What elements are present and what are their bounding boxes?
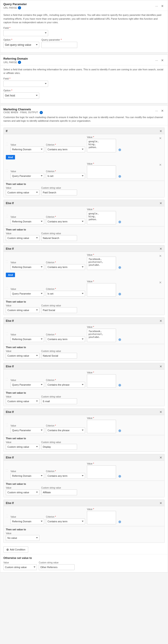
then-value-select-7[interactable]: Custom string value No value [6,535,39,541]
add-condition-button[interactable]: ⊕ Add Condition [3,546,28,553]
cond-value-select-3-0[interactable]: Referring Domain [11,336,44,342]
cond-value-select-5-0[interactable]: Referring Domain Query Parameter [11,428,44,433]
cond-value-textarea-7-0[interactable] [87,511,116,524]
then-custom-input-5[interactable] [41,444,77,450]
add-value-btn-2-1[interactable]: ⊕ [118,292,122,296]
cond-value-textarea-2-0[interactable]: facebook, pinterest, youtube. [87,256,116,270]
cond-value-textarea-3-0[interactable]: facebook, pinterest, youtube. [87,329,116,342]
query-parameter-more-btn[interactable]: ··· [154,4,159,8]
query-parameter-close-btn[interactable]: ✕ [160,4,165,8]
condition-close-1[interactable]: ✕ [159,202,162,205]
cond-value-select-2-0[interactable]: Referring Domain [11,264,44,270]
cond-value-select-0-1[interactable]: Referring Domain Query Parameter [11,173,44,179]
cond-criterion-select-0-0[interactable]: Contains any term Contains the phrase Is… [46,146,85,152]
cond-criterion-label-1-0: Criterion * [46,216,85,218]
add-value-btn-0-0[interactable]: ⊕ [118,147,122,152]
cond-value-textarea-0-0[interactable]: google, bing, yahoo. [87,139,116,152]
cond-value-select-0-0[interactable]: Referring Domain Query Parameter [11,146,44,152]
condition-close-0[interactable]: ✕ [159,130,162,133]
condition-close-3[interactable]: ✕ [159,319,162,322]
cond-value-textarea-1-0[interactable]: google, bing, yahoo. [87,211,116,224]
remove-row-2-1[interactable]: ✕ [158,280,162,285]
cond-criterion-select-3-0[interactable]: Contains any term [46,336,85,342]
condition-close-2[interactable]: ✕ [159,247,162,250]
query-parameter-param-input[interactable] [41,42,77,48]
add-value-btn-3-0[interactable]: ⊕ [118,337,122,342]
then-row-5: Value Custom string value Custom string … [6,441,162,450]
drag-handle-2-0[interactable]: ⋮⋮ [6,260,8,264]
add-value-btn-2-0[interactable]: ⊕ [118,265,122,270]
drag-handle-7-0[interactable]: ⋮⋮ [6,514,8,518]
then-value-select-3[interactable]: Custom string value [6,353,39,358]
remove-row-0-1[interactable]: ✕ [158,162,162,167]
cond-value-select-7-0[interactable]: Referring Domain [11,518,44,524]
cond-value-textarea-2-1[interactable] [87,283,116,296]
otherwise-value-select[interactable]: Custom string value No value [3,564,37,570]
then-custom-input-3[interactable] [41,353,77,358]
cond-criterion-select-1-0[interactable]: Contains any term [46,218,85,224]
and-btn-2[interactable]: And [6,273,15,277]
cond-criterion-select-7-0[interactable]: Contains any term [46,518,85,524]
drag-handle-0-0[interactable]: ⋮⋮ [6,142,8,146]
referring-domain-info-icon[interactable]: i [18,61,21,64]
then-custom-input-2[interactable] [41,307,77,313]
condition-close-4[interactable]: ✕ [159,365,162,368]
cond-value-textarea-4-0[interactable] [87,374,116,388]
otherwise-custom-input[interactable] [39,564,74,570]
then-custom-input-4[interactable] [41,398,77,404]
drag-handle-6-0[interactable]: ⋮⋮ [6,468,8,473]
marketing-channels-more-btn[interactable]: ··· [154,109,159,113]
cond-criterion-select-2-0[interactable]: Contains any term [46,264,85,270]
condition-close-6[interactable]: ✕ [159,456,162,459]
condition-close-5[interactable]: ✕ [159,410,162,414]
cond-value-select-6-0[interactable]: Referring Domain [11,473,44,479]
cond-criterion-select-6-0[interactable]: Contains any term [46,473,85,479]
cond-value-textarea-6-0[interactable] [87,465,116,479]
add-value-btn-4-0[interactable]: ⊕ [118,382,122,388]
drag-handle-4-0[interactable]: ⋮⋮ [6,377,8,382]
drag-handle-1-0[interactable]: ⋮⋮ [6,214,8,218]
add-value-btn-1-0[interactable]: ⊕ [118,219,122,224]
referring-domain-field-select[interactable] [3,80,48,87]
remove-row-0-0[interactable]: ✕ [158,136,162,140]
marketing-channels-info-icon[interactable]: i [40,111,43,114]
add-value-btn-6-0[interactable]: ⊕ [118,474,122,479]
cond-criterion-select-5-0[interactable]: Contains the phrase [46,428,85,433]
drag-handle-3-0[interactable]: ⋮⋮ [6,332,8,336]
cond-value-textarea-5-0[interactable] [87,420,116,433]
then-custom-input-6[interactable] [41,490,77,495]
add-value-btn-7-0[interactable]: ⊕ [118,519,122,524]
query-parameter-info-icon[interactable]: i [18,6,21,10]
drag-handle-5-0[interactable]: ⋮⋮ [6,423,8,427]
marketing-channels-close-btn[interactable]: ✕ [160,109,165,113]
referring-domain-option-select[interactable]: Get host [3,92,39,99]
and-btn-0[interactable]: And [6,155,15,160]
then-custom-input-0[interactable] [41,190,77,196]
cond-criterion-select-4-0[interactable]: Contains the phrase [46,382,85,388]
add-value-btn-5-0[interactable]: ⊕ [118,428,122,433]
then-custom-input-1[interactable] [41,235,77,241]
then-custom-group-1: Custom string value [41,232,77,241]
query-parameter-option-select[interactable]: Get query string value [3,42,39,48]
referring-domain-close-btn[interactable]: ✕ [160,58,165,62]
then-value-select-4[interactable]: Custom string value [6,398,39,404]
then-value-select-0[interactable]: Custom string value No value [6,190,39,196]
then-value-select-6[interactable]: Custom string value [6,490,39,495]
then-value-select-2[interactable]: Custom string value [6,307,39,313]
then-value-select-1[interactable]: Custom string value [6,235,39,241]
then-label-1: Then set value to [6,228,162,231]
condition-close-7[interactable]: ✕ [159,502,162,505]
cond-criterion-select-2-1[interactable]: Is set [46,291,85,296]
drag-handle-2-1[interactable]: ⋮⋮ [6,286,8,290]
query-parameter-field-select[interactable] [3,30,48,36]
cond-value-select-4-0[interactable]: Referring Domain Query Parameter [11,382,44,388]
drag-handle-0-1[interactable]: ⋮⋮ [6,168,8,173]
referring-domain-more-btn[interactable]: ··· [154,58,159,62]
cond-value-select-2-1[interactable]: Referring Domain Query Parameter [11,291,44,296]
add-value-btn-0-1[interactable]: ⊕ [118,174,122,179]
cond-criterion-select-0-1[interactable]: Contains any term Is set [46,173,85,179]
cond-value-select-1-0[interactable]: Referring Domain Query Parameter [11,218,44,224]
cond-value-textarea-0-1[interactable] [87,166,116,179]
remove-row-2-0[interactable]: ✕ [158,254,162,258]
then-value-select-5[interactable]: Custom string value [6,444,39,450]
